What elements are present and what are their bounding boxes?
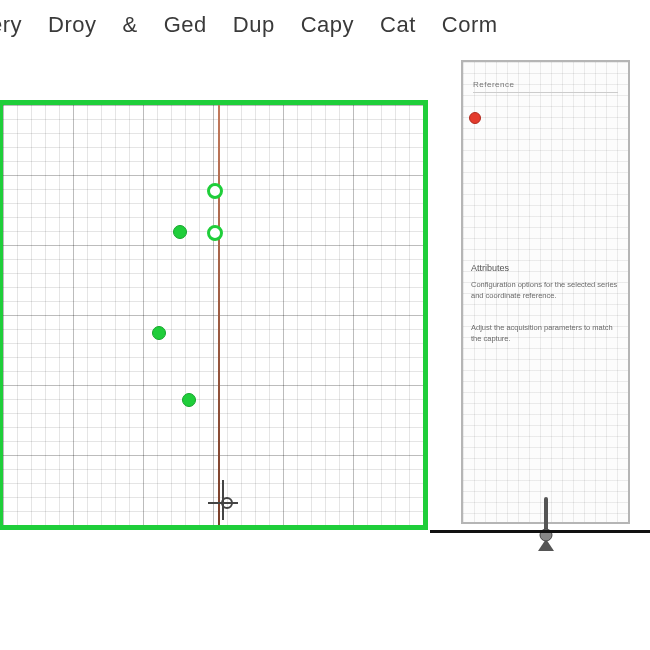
- panel-header: Reference: [473, 80, 618, 93]
- inspector-panel: Reference Attributes Configuration optio…: [461, 60, 630, 524]
- top-menu: ery Droy & Ged Dup Capy Cat Corm: [0, 12, 650, 38]
- menu-item[interactable]: ery: [0, 12, 22, 38]
- menu-item[interactable]: Corm: [442, 12, 498, 38]
- panel-section: Adjust the acquisition parameters to mat…: [471, 322, 620, 345]
- svg-rect-3: [544, 497, 548, 533]
- data-point[interactable]: [207, 225, 223, 241]
- vertical-slider[interactable]: [533, 497, 559, 557]
- baseline: [430, 530, 650, 533]
- vertical-axis: [218, 105, 220, 525]
- menu-item[interactable]: Cat: [380, 12, 416, 38]
- menu-item[interactable]: Droy: [48, 12, 96, 38]
- menu-item[interactable]: &: [123, 12, 138, 38]
- data-point[interactable]: [182, 393, 196, 407]
- section-body: Adjust the acquisition parameters to mat…: [471, 322, 620, 345]
- main-plot[interactable]: [0, 100, 428, 530]
- crosshair-icon[interactable]: [208, 480, 238, 520]
- panel-section: Attributes Configuration options for the…: [471, 262, 620, 301]
- record-icon[interactable]: [469, 112, 481, 124]
- section-body: Configuration options for the selected s…: [471, 279, 620, 302]
- data-point[interactable]: [207, 183, 223, 199]
- menu-item[interactable]: Capy: [301, 12, 354, 38]
- plot-frame: [0, 100, 428, 530]
- menu-item[interactable]: Ged: [164, 12, 207, 38]
- section-title: Attributes: [471, 262, 620, 276]
- menu-item[interactable]: Dup: [233, 12, 275, 38]
